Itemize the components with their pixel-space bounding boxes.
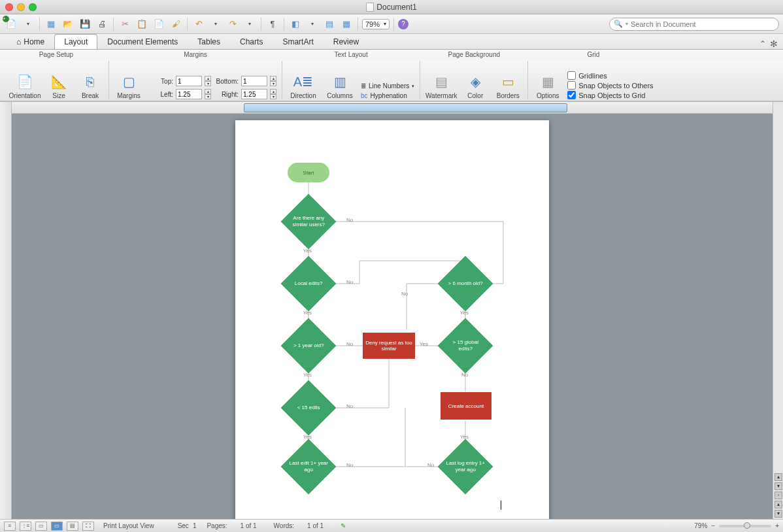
- print-button[interactable]: 🖨: [95, 17, 109, 31]
- label-no: No: [346, 462, 353, 468]
- search-field[interactable]: 🔍 ▾: [609, 18, 779, 31]
- columns-button[interactable]: ▥Columns: [324, 73, 356, 99]
- help-button[interactable]: ?: [398, 19, 408, 29]
- zoom-out-button[interactable]: −: [711, 522, 715, 529]
- home-icon: ⌂: [16, 37, 21, 46]
- tab-charts[interactable]: Charts: [230, 34, 273, 49]
- new-dropdown[interactable]: ▾: [21, 17, 35, 31]
- new-doc-button[interactable]: 📄+: [4, 17, 18, 31]
- view-draft-button[interactable]: ≡: [4, 522, 16, 531]
- tab-document-elements[interactable]: Document Elements: [97, 34, 188, 49]
- margin-left-input[interactable]: [176, 89, 202, 99]
- borders-button[interactable]: ▭Borders: [493, 73, 522, 99]
- format-painter-button[interactable]: 🖌: [169, 17, 183, 31]
- view-print-layout-button[interactable]: ▭: [51, 522, 63, 531]
- save-button[interactable]: 💾: [78, 17, 92, 31]
- search-input[interactable]: [631, 20, 775, 28]
- undo-dropdown[interactable]: ▾: [208, 17, 223, 31]
- redo-button[interactable]: ↷: [225, 17, 240, 31]
- sidebar-button[interactable]: ◧: [288, 17, 303, 31]
- undo-button[interactable]: ↶: [192, 17, 206, 31]
- snap-grid-checkbox[interactable]: Snap Objects to Grid: [567, 91, 653, 99]
- orientation-icon: 📄: [14, 73, 35, 91]
- document-canvas[interactable]: Start Are there any similar users? No Ye…: [12, 114, 773, 519]
- margins-icon: ▢: [118, 73, 139, 91]
- collapse-ribbon-button[interactable]: ⌃: [759, 39, 766, 48]
- vertical-ruler[interactable]: [0, 102, 12, 519]
- zoom-in-button[interactable]: +: [775, 522, 779, 529]
- search-dropdown-icon[interactable]: ▾: [625, 21, 628, 27]
- vertical-scrollbar[interactable]: ▴ ▾ ◦ ▴ ▾: [773, 102, 783, 519]
- flow-create-account[interactable]: Create account: [441, 392, 491, 420]
- view-notebook-button[interactable]: ▤: [67, 522, 78, 531]
- tab-smartart[interactable]: SmartArt: [273, 34, 323, 49]
- zoom-slider[interactable]: [719, 525, 771, 527]
- flow-deny[interactable]: Deny request as too similar: [363, 333, 415, 359]
- ribbon-settings-button[interactable]: ✻: [770, 39, 778, 49]
- snap-others-checkbox[interactable]: Snap Objects to Others: [567, 81, 653, 90]
- main-toolbar: 📄+ ▾ ▦ 📂 💾 🖨 ✂ 📋 📄 🖌 ↶ ▾ ↷ ▾ ¶ ◧ ▾ ▤ ▦ 7…: [0, 14, 783, 34]
- hyphenation-button[interactable]: bcHyphenation: [361, 92, 414, 99]
- browse-object-button[interactable]: ◦: [775, 491, 782, 499]
- redo-dropdown[interactable]: ▾: [242, 17, 257, 31]
- show-marks-button[interactable]: ¶: [265, 17, 280, 31]
- view-outline-button[interactable]: ⋮≡: [20, 522, 31, 531]
- scroll-down-button[interactable]: ▾: [775, 482, 782, 490]
- templates-button[interactable]: ▦: [44, 17, 58, 31]
- gridlines-checkbox[interactable]: Gridlines: [567, 71, 653, 80]
- margin-right-input[interactable]: [241, 89, 267, 99]
- flow-six-month[interactable]: > 6 month old?: [446, 264, 485, 303]
- scroll-up-button[interactable]: ▴: [775, 473, 782, 481]
- toolbox-button[interactable]: ▤: [322, 17, 337, 31]
- margin-top-spinner[interactable]: ▴▾: [205, 76, 211, 86]
- line-numbers-button[interactable]: ≣Line Numbers ▾: [361, 82, 414, 90]
- tab-home[interactable]: ⌂Home: [7, 34, 54, 49]
- label-yes: Yes: [460, 310, 469, 316]
- flow-local-edits[interactable]: Local edits?: [289, 264, 328, 303]
- pages-value: 1 of 1: [241, 522, 257, 529]
- margin-top-input[interactable]: [176, 76, 202, 86]
- document-page[interactable]: Start Are there any similar users? No Ye…: [235, 120, 549, 519]
- flow-global-edits[interactable]: > 15 global edits?: [446, 326, 485, 365]
- sidebar-dropdown[interactable]: ▾: [305, 17, 320, 31]
- size-button[interactable]: 📐Size: [46, 73, 72, 99]
- flowchart-connectors: [235, 120, 549, 519]
- orientation-button[interactable]: 📄Orientation: [9, 73, 41, 99]
- page-color-button[interactable]: ◈Color: [462, 73, 488, 99]
- cut-button[interactable]: ✂: [118, 17, 132, 31]
- label-yes: Yes: [303, 372, 312, 378]
- next-page-button[interactable]: ▾: [775, 510, 782, 518]
- flow-lt15[interactable]: < 15 edits: [289, 388, 328, 427]
- margin-left-spinner[interactable]: ▴▾: [205, 89, 211, 99]
- break-button[interactable]: ⎘Break: [77, 73, 103, 99]
- copy-button[interactable]: 📋: [135, 17, 149, 31]
- tab-layout[interactable]: Layout: [54, 34, 97, 49]
- margin-bottom-spinner[interactable]: ▴▾: [270, 76, 276, 86]
- label-yes: Yes: [303, 310, 312, 316]
- ribbon-tabs: ⌂Home Layout Document Elements Tables Ch…: [0, 34, 783, 50]
- view-publishing-button[interactable]: ▭: [35, 522, 47, 531]
- watermark-button[interactable]: ▤Watermark: [425, 73, 457, 99]
- open-button[interactable]: 📂: [61, 17, 75, 31]
- words-value: 1 of 1: [307, 522, 324, 529]
- tab-review[interactable]: Review: [324, 34, 369, 49]
- view-fullscreen-button[interactable]: ⛶: [82, 522, 94, 531]
- zoom-combo[interactable]: 79%▾: [362, 19, 390, 29]
- direction-button[interactable]: A≣Direction: [288, 73, 319, 99]
- tab-tables[interactable]: Tables: [188, 34, 230, 49]
- grid-options-button[interactable]: ▦Options: [533, 73, 562, 99]
- paste-button[interactable]: 📄: [152, 17, 166, 31]
- margins-button[interactable]: ▢Margins: [114, 73, 143, 99]
- margin-bottom-input[interactable]: [241, 76, 267, 86]
- flow-last-edit[interactable]: Last edit 1+ year ago: [289, 447, 328, 486]
- flow-similar-users[interactable]: Are there any similar users?: [289, 202, 328, 241]
- spellcheck-icon[interactable]: ✎: [341, 522, 346, 529]
- margin-left-label: Left:: [148, 91, 173, 98]
- prev-page-button[interactable]: ▴: [775, 501, 782, 508]
- flow-start[interactable]: Start: [288, 163, 329, 182]
- flow-last-log[interactable]: Last log entry 1+ year ago: [446, 447, 485, 486]
- gallery-button[interactable]: ▦: [339, 17, 354, 31]
- flow-one-year[interactable]: > 1 year old?: [289, 326, 328, 365]
- horizontal-ruler[interactable]: [12, 102, 773, 114]
- margin-right-spinner[interactable]: ▴▾: [270, 89, 276, 99]
